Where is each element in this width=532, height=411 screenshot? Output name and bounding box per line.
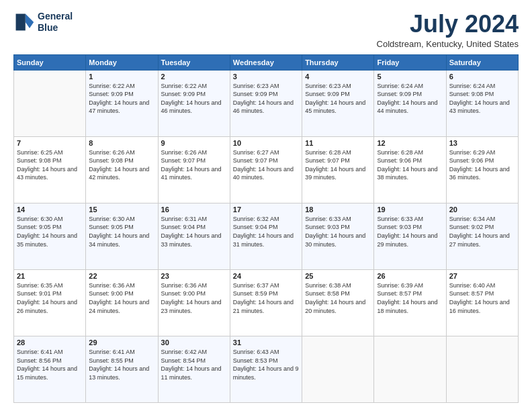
calendar-cell: 8Sunrise: 6:26 AM Sunset: 9:08 PM Daylig… [86, 136, 158, 203]
week-row-3: 14Sunrise: 6:30 AM Sunset: 9:05 PM Dayli… [14, 203, 519, 269]
week-row-4: 21Sunrise: 6:35 AM Sunset: 9:01 PM Dayli… [14, 269, 519, 336]
day-number: 4 [305, 73, 371, 81]
cell-info: Sunrise: 6:28 AM Sunset: 9:07 PM Dayligh… [305, 148, 371, 182]
cell-info: Sunrise: 6:33 AM Sunset: 9:03 PM Dayligh… [377, 215, 443, 248]
day-number: 3 [233, 73, 299, 81]
month-title: July 2024 [377, 11, 519, 38]
calendar-cell: 14Sunrise: 6:30 AM Sunset: 9:05 PM Dayli… [14, 203, 86, 269]
svg-marker-1 [26, 22, 34, 28]
title-area: July 2024 Coldstream, Kentucky, United S… [377, 11, 519, 49]
day-number: 19 [377, 205, 443, 214]
cell-info: Sunrise: 6:29 AM Sunset: 9:06 PM Dayligh… [449, 148, 515, 182]
day-number: 9 [161, 139, 227, 147]
logo: General Blue [13, 11, 73, 34]
cell-info: Sunrise: 6:24 AM Sunset: 9:09 PM Dayligh… [377, 82, 443, 116]
calendar-cell: 15Sunrise: 6:30 AM Sunset: 9:05 PM Dayli… [86, 203, 158, 269]
day-number: 31 [233, 338, 299, 347]
header: General Blue July 2024 Coldstream, Kentu… [13, 11, 519, 49]
day-number: 25 [305, 272, 371, 280]
day-number: 7 [17, 139, 83, 147]
cell-info: Sunrise: 6:28 AM Sunset: 9:06 PM Dayligh… [377, 148, 443, 182]
day-header-wednesday: Wednesday [230, 54, 302, 70]
calendar: SundayMondayTuesdayWednesdayThursdayFrid… [13, 54, 519, 403]
calendar-cell: 9Sunrise: 6:26 AM Sunset: 9:07 PM Daylig… [158, 136, 230, 203]
cell-info: Sunrise: 6:33 AM Sunset: 9:03 PM Dayligh… [305, 215, 371, 248]
cell-info: Sunrise: 6:30 AM Sunset: 9:05 PM Dayligh… [17, 215, 83, 248]
calendar-cell: 5Sunrise: 6:24 AM Sunset: 9:09 PM Daylig… [374, 70, 446, 136]
cell-info: Sunrise: 6:43 AM Sunset: 8:53 PM Dayligh… [233, 348, 299, 381]
calendar-cell: 13Sunrise: 6:29 AM Sunset: 9:06 PM Dayli… [446, 136, 518, 203]
calendar-cell: 18Sunrise: 6:33 AM Sunset: 9:03 PM Dayli… [302, 203, 374, 269]
calendar-cell: 27Sunrise: 6:40 AM Sunset: 8:57 PM Dayli… [446, 269, 518, 336]
calendar-cell: 20Sunrise: 6:34 AM Sunset: 9:02 PM Dayli… [446, 203, 518, 269]
calendar-cell: 30Sunrise: 6:42 AM Sunset: 8:54 PM Dayli… [158, 336, 230, 402]
calendar-cell: 22Sunrise: 6:36 AM Sunset: 9:00 PM Dayli… [86, 269, 158, 336]
calendar-cell: 28Sunrise: 6:41 AM Sunset: 8:56 PM Dayli… [14, 336, 86, 402]
cell-info: Sunrise: 6:32 AM Sunset: 9:04 PM Dayligh… [233, 215, 299, 248]
calendar-header-row: SundayMondayTuesdayWednesdayThursdayFrid… [14, 54, 519, 70]
calendar-cell: 2Sunrise: 6:22 AM Sunset: 9:09 PM Daylig… [158, 70, 230, 136]
day-header-sunday: Sunday [14, 54, 86, 70]
day-number: 1 [89, 73, 154, 81]
calendar-cell: 6Sunrise: 6:24 AM Sunset: 9:08 PM Daylig… [446, 70, 518, 136]
calendar-cell: 29Sunrise: 6:41 AM Sunset: 8:55 PM Dayli… [86, 336, 158, 402]
cell-info: Sunrise: 6:41 AM Sunset: 8:55 PM Dayligh… [89, 348, 154, 381]
logo-text: General Blue [38, 11, 73, 34]
day-number: 13 [449, 139, 515, 147]
cell-info: Sunrise: 6:22 AM Sunset: 9:09 PM Dayligh… [89, 82, 154, 116]
logo-line1: General [38, 11, 73, 22]
cell-info: Sunrise: 6:37 AM Sunset: 8:59 PM Dayligh… [233, 281, 299, 315]
day-header-saturday: Saturday [446, 54, 518, 70]
calendar-cell: 4Sunrise: 6:23 AM Sunset: 9:09 PM Daylig… [302, 70, 374, 136]
calendar-cell: 16Sunrise: 6:31 AM Sunset: 9:04 PM Dayli… [158, 203, 230, 269]
day-number: 16 [161, 205, 227, 214]
day-number: 6 [449, 73, 515, 81]
calendar-cell: 21Sunrise: 6:35 AM Sunset: 9:01 PM Dayli… [14, 269, 86, 336]
day-number: 17 [233, 205, 299, 214]
cell-info: Sunrise: 6:41 AM Sunset: 8:56 PM Dayligh… [17, 348, 83, 381]
cell-info: Sunrise: 6:26 AM Sunset: 9:07 PM Dayligh… [161, 148, 227, 182]
day-number: 28 [17, 338, 83, 347]
day-header-tuesday: Tuesday [158, 54, 230, 70]
calendar-cell: 3Sunrise: 6:23 AM Sunset: 9:09 PM Daylig… [230, 70, 302, 136]
calendar-cell: 24Sunrise: 6:37 AM Sunset: 8:59 PM Dayli… [230, 269, 302, 336]
cell-info: Sunrise: 6:27 AM Sunset: 9:07 PM Dayligh… [233, 148, 299, 182]
day-number: 20 [449, 205, 515, 214]
calendar-cell [302, 336, 374, 402]
cell-info: Sunrise: 6:39 AM Sunset: 8:57 PM Dayligh… [377, 281, 443, 315]
day-header-thursday: Thursday [302, 54, 374, 70]
day-number: 12 [377, 139, 443, 147]
svg-rect-3 [16, 22, 26, 30]
cell-info: Sunrise: 6:24 AM Sunset: 9:08 PM Dayligh… [449, 82, 515, 116]
cell-info: Sunrise: 6:42 AM Sunset: 8:54 PM Dayligh… [161, 348, 227, 381]
logo-line2: Blue [38, 22, 73, 34]
day-number: 29 [89, 338, 154, 347]
calendar-cell: 25Sunrise: 6:38 AM Sunset: 8:58 PM Dayli… [302, 269, 374, 336]
day-number: 23 [161, 272, 227, 280]
cell-info: Sunrise: 6:31 AM Sunset: 9:04 PM Dayligh… [161, 215, 227, 248]
cell-info: Sunrise: 6:30 AM Sunset: 9:05 PM Dayligh… [89, 215, 154, 248]
day-number: 5 [377, 73, 443, 81]
day-number: 10 [233, 139, 299, 147]
calendar-cell [374, 336, 446, 402]
day-header-friday: Friday [374, 54, 446, 70]
calendar-cell: 12Sunrise: 6:28 AM Sunset: 9:06 PM Dayli… [374, 136, 446, 203]
cell-info: Sunrise: 6:36 AM Sunset: 9:00 PM Dayligh… [89, 281, 154, 315]
cell-info: Sunrise: 6:40 AM Sunset: 8:57 PM Dayligh… [449, 281, 515, 315]
cell-info: Sunrise: 6:34 AM Sunset: 9:02 PM Dayligh… [449, 215, 515, 248]
day-number: 26 [377, 272, 443, 280]
svg-marker-0 [26, 13, 34, 21]
week-row-1: 1Sunrise: 6:22 AM Sunset: 9:09 PM Daylig… [14, 70, 519, 136]
calendar-cell: 19Sunrise: 6:33 AM Sunset: 9:03 PM Dayli… [374, 203, 446, 269]
cell-info: Sunrise: 6:35 AM Sunset: 9:01 PM Dayligh… [17, 281, 83, 315]
cell-info: Sunrise: 6:25 AM Sunset: 9:08 PM Dayligh… [17, 148, 83, 182]
cell-info: Sunrise: 6:38 AM Sunset: 8:58 PM Dayligh… [305, 281, 371, 315]
day-number: 30 [161, 338, 227, 347]
logo-icon [13, 11, 35, 33]
calendar-cell: 11Sunrise: 6:28 AM Sunset: 9:07 PM Dayli… [302, 136, 374, 203]
calendar-cell: 23Sunrise: 6:36 AM Sunset: 9:00 PM Dayli… [158, 269, 230, 336]
cell-info: Sunrise: 6:23 AM Sunset: 9:09 PM Dayligh… [305, 82, 371, 116]
day-number: 15 [89, 205, 154, 214]
week-row-2: 7Sunrise: 6:25 AM Sunset: 9:08 PM Daylig… [14, 136, 519, 203]
day-number: 14 [17, 205, 83, 214]
